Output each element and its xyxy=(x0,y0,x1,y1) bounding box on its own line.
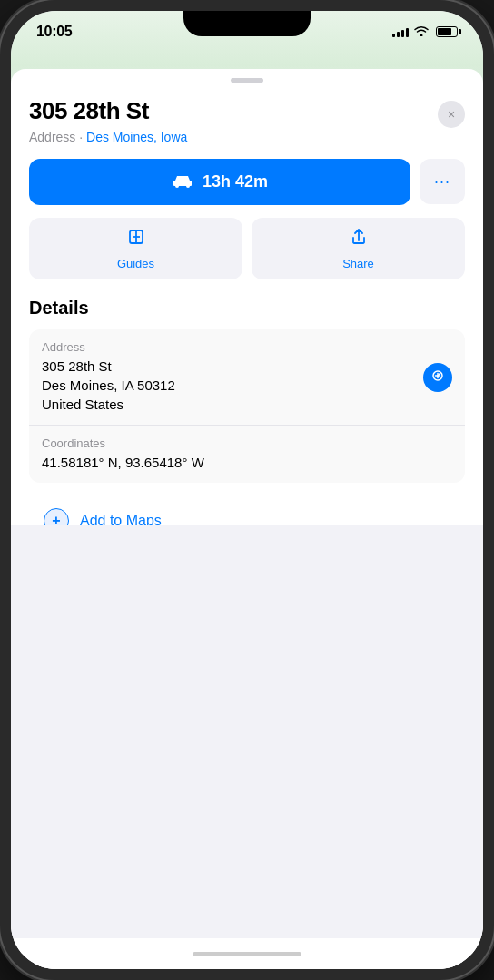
guides-button[interactable]: Guides xyxy=(29,218,242,279)
signal-bar-1 xyxy=(392,34,395,37)
drive-time-label: 13h 42m xyxy=(203,172,268,191)
details-title: Details xyxy=(29,298,465,318)
car-icon xyxy=(172,172,193,192)
share-button[interactable]: Share xyxy=(252,218,465,279)
drive-row: 13h 42m ··· xyxy=(29,159,465,205)
bottom-sheet: 305 28th St × Address · Des Moines, Iowa xyxy=(11,69,483,969)
notch xyxy=(183,11,311,36)
subtitle-city-link[interactable]: Des Moines, Iowa xyxy=(86,130,187,144)
phone-screen: 10:05 xyxy=(11,11,483,969)
signal-bar-4 xyxy=(406,28,409,37)
address-detail-row: Address 305 28th St Des Moines, IA 50312… xyxy=(29,329,465,425)
more-dots-icon: ··· xyxy=(434,172,450,191)
signal-bars-icon xyxy=(392,26,409,37)
svg-point-0 xyxy=(175,184,179,188)
wifi-icon xyxy=(414,25,429,39)
coordinates-value: 41.58181° N, 93.65418° W xyxy=(42,453,452,472)
subtitle-prefix: Address · xyxy=(29,130,86,144)
close-icon: × xyxy=(448,107,455,122)
location-title: 305 28th St xyxy=(29,97,149,125)
phone-frame: 10:05 xyxy=(0,0,494,980)
address-label: Address xyxy=(42,340,452,354)
empty-space xyxy=(11,525,483,939)
guides-label: Guides xyxy=(117,257,154,270)
signal-bar-3 xyxy=(401,30,404,37)
battery-icon xyxy=(436,26,458,37)
directions-arrow-icon xyxy=(430,368,445,386)
svg-point-1 xyxy=(186,184,190,188)
signal-bar-2 xyxy=(397,32,400,37)
address-line2: Des Moines, IA 50312 xyxy=(42,376,452,395)
home-bar xyxy=(193,952,301,956)
add-to-maps-icon: + xyxy=(44,508,69,525)
guides-icon xyxy=(126,227,146,251)
add-to-maps-item[interactable]: + Add to Maps xyxy=(29,495,465,525)
sheet-content: 305 28th St × Address · Des Moines, Iowa xyxy=(11,83,483,525)
coordinates-label: Coordinates xyxy=(42,436,452,450)
directions-button[interactable] xyxy=(423,363,452,392)
title-row: 305 28th St × xyxy=(29,97,465,128)
more-options-button[interactable]: ··· xyxy=(420,159,465,204)
add-to-maps-label: Add to Maps xyxy=(80,513,162,525)
share-label: Share xyxy=(342,257,374,270)
details-card: Address 305 28th St Des Moines, IA 50312… xyxy=(29,329,465,483)
address-line1: 305 28th St xyxy=(42,357,452,376)
close-button[interactable]: × xyxy=(438,101,465,128)
home-indicator xyxy=(11,938,483,969)
action-row: Guides Share xyxy=(29,218,465,279)
add-to-maps-section: + Add to Maps xyxy=(29,495,465,525)
status-icons xyxy=(392,25,458,39)
drive-button[interactable]: 13h 42m xyxy=(29,159,410,205)
coordinates-detail-row: Coordinates 41.58181° N, 93.65418° W xyxy=(29,425,465,483)
status-time: 10:05 xyxy=(36,24,72,40)
subtitle: Address · Des Moines, Iowa xyxy=(29,130,465,144)
address-line3: United States xyxy=(42,395,452,414)
address-value: 305 28th St Des Moines, IA 50312 United … xyxy=(42,357,452,414)
share-icon xyxy=(349,227,369,251)
